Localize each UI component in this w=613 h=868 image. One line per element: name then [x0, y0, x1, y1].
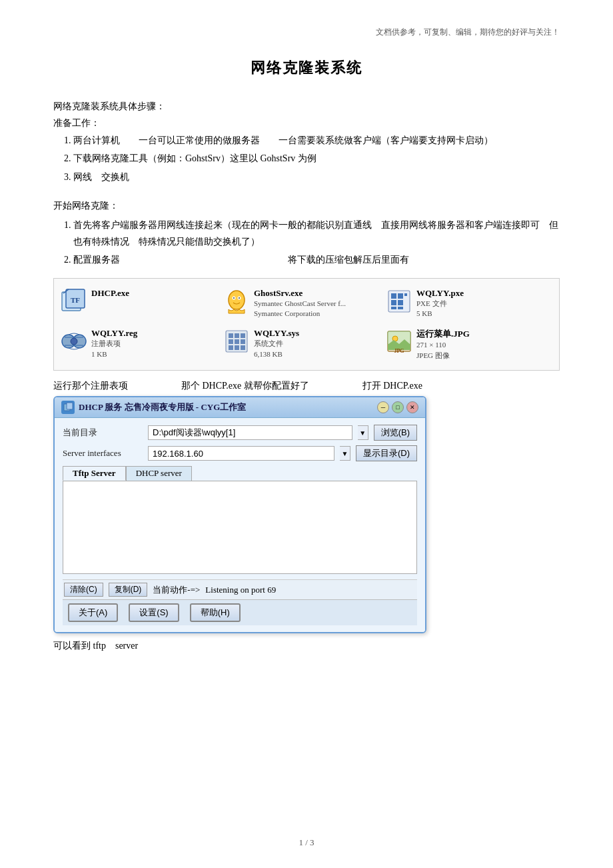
prep-item-1: 两台计算机 一台可以正常使用的做服务器 一台需要装系统做客户端（客户端要支持网卡… — [73, 132, 560, 149]
file-desc-pxe: PXE 文件5 KB — [416, 299, 464, 319]
dhcp-tabs: Tftp Server DHCP server — [63, 466, 417, 481]
svg-text:TF: TF — [71, 296, 80, 304]
prep-list: 两台计算机 一台可以正常使用的做服务器 一台需要装系统做客户端（客户端要支持网卡… — [73, 132, 560, 185]
svg-rect-25 — [229, 339, 233, 344]
svg-rect-30 — [241, 345, 245, 350]
server-interfaces-label: Server interfaces — [63, 448, 143, 459]
start-item-1: 首先将客户端服务器用网线连接起来（现在的网卡一般的都能识别直通线 直接用网线将服… — [73, 217, 560, 250]
intro-text: 网络克隆装系统具体步骤： — [53, 98, 560, 115]
prep-item-3: 网线 交换机 — [73, 169, 560, 185]
current-dir-row: 当前目录 ▼ 浏览(B) — [63, 425, 417, 441]
file-name-jpg: 运行菜单.JPG — [416, 328, 470, 340]
file-icons-area: TF DHCP.exe — [53, 278, 560, 371]
current-dir-input[interactable] — [148, 425, 352, 440]
action-label: 当前动作-=> — [153, 584, 200, 596]
file-item-dhcp: TF DHCP.exe — [61, 288, 214, 319]
tab-tftp-server[interactable]: Tftp Server — [63, 466, 126, 481]
sys-icon — [223, 328, 250, 355]
file-item-reg: WQLYY.reg 注册表项1 KB — [61, 328, 214, 361]
dhcp-window-title: DHCP 服务 忘售冷雨夜专用版 - CYG工作室 — [79, 401, 246, 413]
run-note-left: 运行那个注册表项 — [53, 380, 128, 392]
dhcp-statusbar: 清除(C) 复制(D) 当前动作-=> Listening on port 69 — [63, 579, 417, 599]
dhcp-window: DHCP 服务 忘售冷雨夜专用版 - CYG工作室 ─ □ ✕ 当前目录 ▼ 浏… — [53, 396, 426, 633]
ghost-icon — [223, 288, 250, 315]
server-interfaces-row: Server interfaces ▼ 显示目录(D) — [63, 445, 417, 461]
svg-point-6 — [233, 297, 235, 299]
svg-rect-10 — [398, 293, 403, 299]
settings-button[interactable]: 设置(S) — [129, 603, 179, 622]
file-name-reg: WQLYY.reg — [91, 328, 137, 339]
listening-text: Listening on port 69 — [205, 585, 276, 595]
dhcp-body: 当前目录 ▼ 浏览(B) Server interfaces ▼ 显示目录(D)… — [55, 418, 425, 632]
svg-rect-22 — [229, 333, 233, 338]
svg-text:JPG: JPG — [394, 348, 404, 354]
help-button[interactable]: 帮助(H) — [190, 603, 241, 622]
file-desc-jpg: 271 × 110JPEG 图像 — [416, 340, 470, 361]
dhcp-icon: TF — [61, 288, 87, 315]
jpg-icon: JPG — [386, 328, 412, 355]
svg-rect-23 — [235, 333, 239, 338]
server-interfaces-input[interactable] — [148, 446, 334, 461]
current-dir-label: 当前目录 — [63, 427, 143, 439]
svg-rect-28 — [229, 345, 233, 350]
show-dir-button[interactable]: 显示目录(D) — [356, 445, 417, 461]
current-dir-dropdown[interactable]: ▼ — [358, 425, 368, 440]
svg-rect-29 — [235, 345, 239, 350]
bottom-note: 可以看到 tftp server — [53, 640, 560, 652]
win-close-btn[interactable]: ✕ — [406, 401, 418, 413]
run-note-row: 运行那个注册表项 那个 DHCP.exe 就帮你配置好了 打开 DHCP.exe — [53, 380, 560, 392]
main-title: 网络克隆装系统 — [53, 58, 560, 78]
svg-point-18 — [71, 338, 77, 345]
start-item-2: 配置服务器 将下载的压缩包解压后里面有 — [73, 251, 560, 268]
svg-rect-36 — [67, 403, 73, 409]
server-interfaces-dropdown[interactable]: ▼ — [340, 446, 350, 461]
pxe-icon — [386, 288, 412, 315]
svg-point-7 — [239, 297, 240, 299]
page: 文档供参考，可复制、编辑，期待您的好评与关注！ 网络克隆装系统 网络克隆装系统具… — [0, 0, 613, 868]
prep-item-2: 下载网络克隆工具（例如：GohstSrv）这里以 GohstSrv 为例 — [73, 150, 560, 167]
dhcp-title-icon — [61, 401, 75, 414]
file-item-sys: WQLYY.sys 系统文件6,138 KB — [223, 328, 376, 361]
svg-rect-13 — [398, 300, 403, 305]
top-note: 文档供参考，可复制、编辑，期待您的好评与关注！ — [53, 27, 560, 38]
run-note-mid: 那个 DHCP.exe 就帮你配置好了 — [181, 380, 309, 392]
svg-rect-9 — [391, 293, 396, 299]
file-item-pxe: WQLYY.pxe PXE 文件5 KB — [386, 288, 539, 319]
prep-label: 准备工作： — [53, 117, 560, 129]
file-name-sys: WQLYY.sys — [254, 328, 299, 339]
svg-rect-14 — [391, 307, 396, 309]
about-button[interactable]: 关于(A) — [68, 603, 118, 622]
reg-icon — [61, 328, 87, 355]
start-label: 开始网络克隆： — [53, 197, 560, 214]
file-item-ghost: GhostSrv.exe Symantec GhostCast Server f… — [223, 288, 376, 319]
svg-rect-26 — [235, 339, 239, 344]
start-list: 首先将客户端服务器用网线连接起来（现在的网卡一般的都能识别直通线 直接用网线将服… — [73, 217, 560, 269]
file-name-ghost: GhostSrv.exe — [254, 288, 346, 299]
file-name-pxe: WQLYY.pxe — [416, 288, 464, 299]
svg-rect-12 — [391, 300, 396, 305]
tab-dhcp-server[interactable]: DHCP server — [126, 466, 192, 481]
win-minimize-btn[interactable]: ─ — [377, 401, 389, 413]
file-desc-reg: 注册表项1 KB — [91, 339, 137, 359]
file-desc-sys: 系统文件6,138 KB — [254, 339, 299, 359]
dhcp-win-controls: ─ □ ✕ — [377, 401, 418, 413]
svg-point-3 — [229, 291, 245, 309]
run-note-right: 打开 DHCP.exe — [362, 380, 422, 392]
dhcp-action-bar: 关于(A) 设置(S) 帮助(H) — [63, 599, 417, 625]
file-desc-ghost: Symantec GhostCast Server f...Symantec C… — [254, 299, 346, 319]
svg-rect-15 — [398, 307, 403, 309]
svg-rect-24 — [241, 333, 245, 338]
svg-rect-27 — [241, 339, 245, 344]
dhcp-titlebar: DHCP 服务 忘售冷雨夜专用版 - CYG工作室 ─ □ ✕ — [55, 397, 425, 418]
svg-rect-11 — [404, 293, 407, 296]
clear-button[interactable]: 清除(C) — [64, 583, 103, 597]
file-name-dhcp: DHCP.exe — [91, 288, 129, 299]
file-item-jpg: JPG 运行菜单.JPG 271 × 110JPEG 图像 — [386, 328, 539, 361]
win-maximize-btn[interactable]: □ — [392, 401, 404, 413]
browse-button[interactable]: 浏览(B) — [374, 425, 417, 441]
copy-button[interactable]: 复制(D) — [109, 583, 148, 597]
dhcp-content-area — [63, 481, 417, 574]
page-number: 1 / 3 — [0, 837, 613, 848]
